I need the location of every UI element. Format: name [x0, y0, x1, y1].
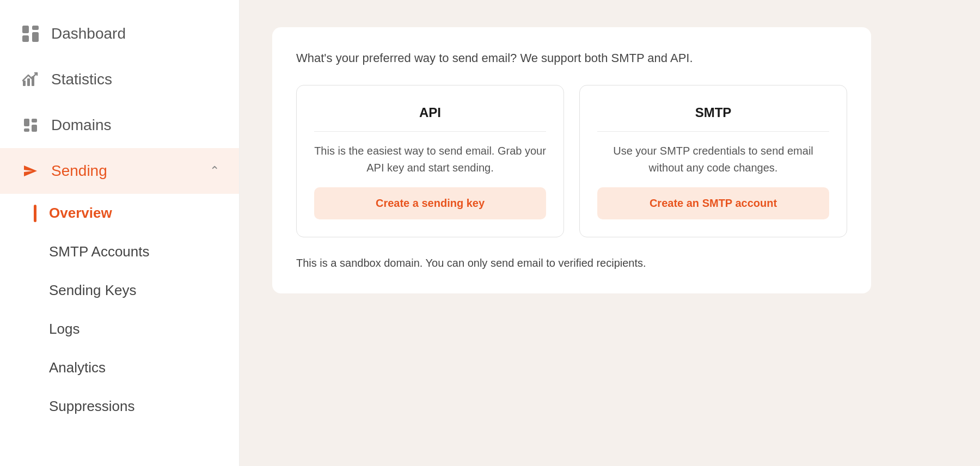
sidebar-item-statistics-label: Statistics [51, 71, 112, 88]
svg-rect-10 [24, 128, 29, 132]
sidebar: Dashboard Statistics Domains [0, 0, 240, 466]
sidebar-item-smtp-accounts-label: SMTP Accounts [49, 243, 150, 260]
sidebar-item-sending-keys[interactable]: Sending Keys [0, 271, 239, 310]
sidebar-item-dashboard-label: Dashboard [51, 25, 126, 42]
sending-icon [20, 160, 41, 182]
svg-rect-8 [32, 119, 37, 122]
svg-rect-4 [23, 81, 26, 86]
sandbox-notice: This is a sandbox domain. You can only s… [296, 257, 847, 269]
smtp-card-description: Use your SMTP credentials to send email … [597, 143, 829, 176]
sidebar-item-logs[interactable]: Logs [0, 310, 239, 348]
main-content: What's your preferred way to send email?… [240, 0, 980, 466]
smtp-option-card: SMTP Use your SMTP credentials to send e… [579, 85, 847, 237]
content-card: What's your preferred way to send email?… [272, 27, 871, 293]
api-card-title: API [314, 105, 546, 132]
sidebar-item-analytics-label: Analytics [49, 359, 106, 376]
sidebar-item-domains[interactable]: Domains [0, 102, 239, 148]
sidebar-item-suppressions-label: Suppressions [49, 398, 135, 415]
create-sending-key-button[interactable]: Create a sending key [314, 187, 546, 219]
sidebar-item-sending-label: Sending [51, 162, 107, 180]
statistics-icon [20, 69, 41, 90]
svg-rect-9 [32, 125, 37, 132]
sidebar-item-smtp-accounts[interactable]: SMTP Accounts [0, 232, 239, 271]
sidebar-item-analytics[interactable]: Analytics [0, 348, 239, 387]
api-card-description: This is the easiest way to send email. G… [314, 143, 546, 176]
chevron-up-icon: ⌃ [210, 164, 219, 178]
svg-rect-0 [22, 26, 29, 33]
svg-rect-2 [22, 35, 29, 42]
sidebar-item-sending[interactable]: Sending ⌃ [0, 148, 239, 194]
sidebar-item-overview[interactable]: Overview [0, 194, 239, 232]
svg-rect-3 [32, 32, 39, 42]
svg-rect-7 [24, 119, 29, 126]
smtp-card-title: SMTP [597, 105, 829, 132]
api-option-card: API This is the easiest way to send emai… [296, 85, 564, 237]
sidebar-item-overview-label: Overview [49, 205, 112, 222]
svg-rect-1 [32, 26, 39, 30]
create-smtp-account-button[interactable]: Create an SMTP account [597, 187, 829, 219]
sidebar-item-suppressions[interactable]: Suppressions [0, 387, 239, 426]
options-row: API This is the easiest way to send emai… [296, 85, 847, 237]
sidebar-item-domains-label: Domains [51, 116, 111, 134]
dashboard-icon [20, 23, 41, 45]
domains-icon [20, 114, 41, 136]
sidebar-item-dashboard[interactable]: Dashboard [0, 11, 239, 57]
intro-text: What's your preferred way to send email?… [296, 51, 847, 65]
sub-menu-sending: Overview SMTP Accounts Sending Keys Logs… [0, 194, 239, 426]
sidebar-item-logs-label: Logs [49, 321, 79, 338]
sidebar-item-sending-keys-label: Sending Keys [49, 282, 136, 299]
svg-rect-6 [32, 76, 34, 86]
sidebar-item-statistics[interactable]: Statistics [0, 57, 239, 102]
svg-rect-5 [27, 78, 30, 86]
